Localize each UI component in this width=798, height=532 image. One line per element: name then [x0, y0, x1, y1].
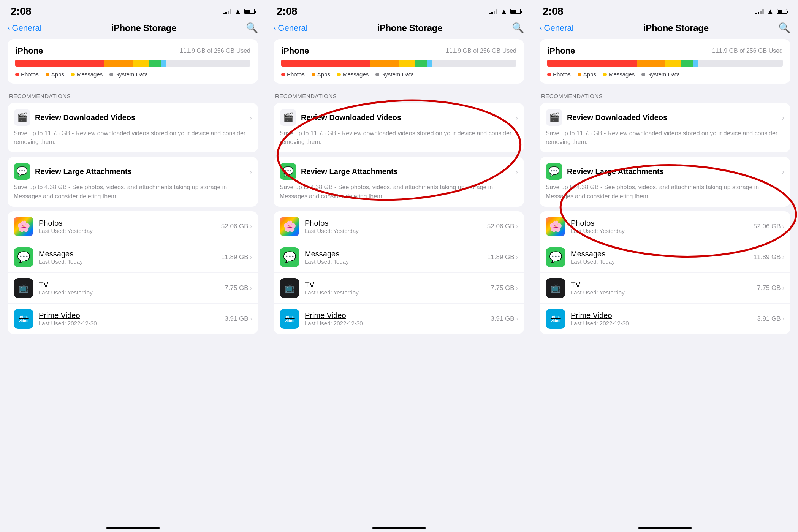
app-item[interactable]: 📺 TV Last Used: Yesterday 7.75 GB ›: [274, 273, 524, 304]
app-item[interactable]: 💬 Messages Last Used: Today 11.89 GB ›: [8, 242, 258, 273]
app-info: TV Last Used: Yesterday: [39, 280, 219, 296]
app-info: Photos Last Used: Yesterday: [39, 219, 216, 234]
search-icon[interactable]: 🔍: [778, 22, 790, 34]
rec-desc: Save up to 11.75 GB - Review downloaded …: [280, 129, 518, 146]
rec-card-0[interactable]: 🎬Review Downloaded Videos›Save up to 11.…: [540, 103, 790, 152]
storage-card: iPhone 111.9 GB of 256 GB Used Photos Ap…: [8, 39, 258, 84]
rec-card-0[interactable]: 🎬Review Downloaded Videos›Save up to 11.…: [8, 103, 258, 152]
app-chevron-icon: ›: [516, 254, 518, 261]
messages-segment: [399, 60, 415, 66]
status-bar: 2:08 ▲: [266, 0, 532, 21]
storage-bar: [281, 60, 516, 66]
messages-segment: [133, 60, 149, 66]
status-bar: 2:08 ▲: [532, 0, 798, 21]
app-last-used: Last Used: Today: [39, 258, 216, 265]
app-info: Prime Video Last Used: 2022-12-30: [39, 311, 219, 326]
rec-card-1[interactable]: 💬Review Large Attachments›Save up to 4.3…: [8, 157, 258, 206]
back-button[interactable]: ‹ General: [274, 23, 308, 33]
legend-dot: [71, 73, 75, 76]
app-item[interactable]: 💬 Messages Last Used: Today 11.89 GB ›: [274, 242, 524, 273]
recommendations-label: RECOMMENDATIONS: [8, 93, 258, 99]
photos-segment: [547, 60, 637, 66]
legend-label: Apps: [51, 71, 64, 78]
app-info: Photos Last Used: Yesterday: [571, 219, 748, 234]
rec-desc: Save up to 4.38 GB - See photos, videos,…: [280, 183, 518, 200]
wifi-icon: ▲: [500, 8, 507, 16]
signal-icon: [755, 8, 764, 14]
app-icon-messages: 💬: [546, 247, 565, 267]
chevron-right-icon: ›: [782, 167, 784, 176]
app-name: Photos: [571, 219, 748, 228]
rec-card-1[interactable]: 💬Review Large Attachments›Save up to 4.3…: [274, 157, 524, 206]
phones-container: 2:08 ▲ ‹ General iPhone Storage 🔍 iPhone…: [0, 0, 798, 532]
rec-card-1[interactable]: 💬Review Large Attachments›Save up to 4.3…: [540, 157, 790, 206]
back-button[interactable]: ‹ General: [8, 23, 42, 33]
app-chevron-icon: ›: [250, 285, 252, 291]
app-last-used: Last Used: Yesterday: [305, 228, 482, 234]
recommendations-label: RECOMMENDATIONS: [540, 93, 790, 99]
app-icon-tv: 📺: [14, 278, 33, 298]
app-icon-prime: primevideo: [280, 309, 299, 329]
rec-card-0[interactable]: 🎬Review Downloaded Videos›Save up to 11.…: [274, 103, 524, 152]
back-button[interactable]: ‹ General: [540, 23, 574, 33]
app-item[interactable]: 💬 Messages Last Used: Today 11.89 GB ›: [540, 242, 790, 273]
app-name: Messages: [305, 250, 482, 258]
app-last-used: Last Used: Today: [571, 258, 748, 265]
app-size-row: 52.06 GB ›: [487, 223, 518, 230]
app-item[interactable]: primevideo Prime Video Last Used: 2022-1…: [540, 304, 790, 334]
rec-desc: Save up to 11.75 GB - Review downloaded …: [14, 129, 252, 146]
app-icon-photos: 🌸: [14, 217, 33, 236]
signal-icon: [489, 8, 497, 14]
legend-item: Messages: [71, 71, 103, 78]
legend-dot: [578, 73, 581, 76]
app-item[interactable]: primevideo Prime Video Last Used: 2022-1…: [8, 304, 258, 334]
status-time: 2:08: [543, 5, 563, 17]
signal-icon: [223, 8, 231, 14]
device-name: iPhone: [281, 46, 309, 56]
app-icon-photos: 🌸: [280, 217, 299, 236]
legend-label: Messages: [609, 71, 635, 78]
app-item[interactable]: primevideo Prime Video Last Used: 2022-1…: [274, 304, 524, 334]
back-arrow-icon: ‹: [8, 23, 10, 33]
app-size-row: 3.91 GB ›: [225, 315, 252, 323]
back-arrow-icon: ‹: [540, 23, 542, 33]
app-size: 52.06 GB: [487, 223, 515, 230]
battery-icon: [510, 9, 521, 14]
app-item[interactable]: 🌸 Photos Last Used: Yesterday 52.06 GB ›: [540, 211, 790, 242]
app-item[interactable]: 🌸 Photos Last Used: Yesterday 52.06 GB ›: [274, 211, 524, 242]
status-time: 2:08: [11, 5, 31, 17]
legend-item: Photos: [15, 71, 39, 78]
legend-label: Photos: [287, 71, 305, 78]
search-icon[interactable]: 🔍: [512, 22, 524, 34]
app-chevron-icon: ›: [516, 223, 518, 230]
app-last-used: Last Used: Yesterday: [571, 289, 752, 296]
storage-card: iPhone 111.9 GB of 256 GB Used Photos Ap…: [274, 39, 524, 84]
chevron-right-icon: ›: [782, 113, 784, 122]
app-item[interactable]: 🌸 Photos Last Used: Yesterday 52.06 GB ›: [8, 211, 258, 242]
search-icon[interactable]: 🔍: [246, 22, 258, 34]
app-chevron-icon: ›: [250, 254, 252, 261]
apps-segment: [370, 60, 399, 66]
phone-screen-1: 2:08 ▲ ‹ General iPhone Storage 🔍 iPhone…: [0, 0, 266, 532]
app-size: 7.75 GB: [491, 284, 514, 292]
chevron-right-icon: ›: [515, 113, 518, 122]
status-icons: ▲: [489, 8, 521, 16]
app-icon-prime: primevideo: [14, 309, 33, 329]
messages-icon: 💬: [546, 163, 562, 180]
app-item[interactable]: 📺 TV Last Used: Yesterday 7.75 GB ›: [540, 273, 790, 304]
app-size: 11.89 GB: [754, 253, 781, 261]
nav-bar: ‹ General iPhone Storage 🔍: [266, 21, 532, 39]
app-item[interactable]: 📺 TV Last Used: Yesterday 7.75 GB ›: [8, 273, 258, 304]
app-last-used: Last Used: Yesterday: [39, 228, 216, 234]
app-icon-tv: 📺: [546, 278, 565, 298]
app-icon-tv: 📺: [280, 278, 299, 298]
app-last-used: Last Used: Yesterday: [305, 289, 485, 296]
legend-dot: [46, 73, 49, 76]
legend-item: Messages: [337, 71, 369, 78]
legend-item: Photos: [547, 71, 571, 78]
app-icon-photos: 🌸: [546, 217, 565, 236]
status-bar: 2:08 ▲: [0, 0, 266, 21]
legend-dot: [547, 73, 551, 76]
legend-label: System Data: [381, 71, 414, 78]
legend-item: System Data: [641, 71, 680, 78]
